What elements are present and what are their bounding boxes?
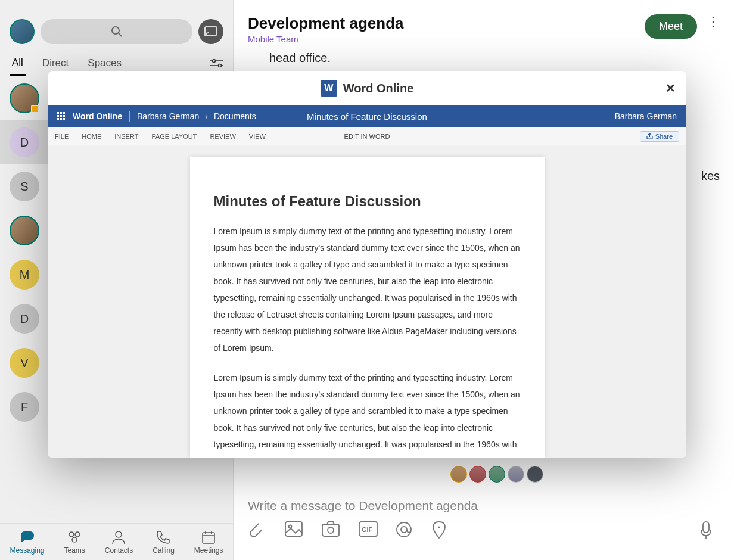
svg-point-26	[397, 522, 411, 537]
tab-all[interactable]: All	[10, 51, 26, 76]
receipt-avatar[interactable]	[469, 466, 486, 483]
svg-point-8	[213, 60, 216, 63]
word-tab-review[interactable]: REVIEW	[210, 133, 235, 140]
voice-button[interactable]	[701, 521, 720, 540]
nav-meetings[interactable]: Meetings	[194, 530, 223, 555]
modal-app-name: Word Online	[343, 82, 414, 95]
search-icon	[111, 26, 123, 38]
cast-icon	[204, 26, 217, 37]
svg-line-5	[119, 33, 122, 36]
current-user[interactable]: Barbara German	[615, 111, 677, 121]
conversation-avatar: M	[10, 260, 39, 290]
camera-badge-icon	[31, 105, 39, 113]
meetings-icon	[201, 530, 216, 545]
breadcrumb-user[interactable]: Barbara German	[137, 111, 199, 121]
word-tab-view[interactable]: VIEW	[249, 133, 266, 140]
conversation-avatar: D	[10, 127, 39, 157]
svg-point-28	[438, 527, 440, 528]
location-button[interactable]	[433, 521, 452, 540]
camera-icon	[322, 521, 340, 537]
chat-title: Development agenda	[248, 14, 404, 33]
nav-label: Contacts	[105, 546, 133, 555]
svg-rect-38	[63, 118, 65, 120]
nav-calling[interactable]: Calling	[153, 530, 175, 555]
svg-point-21	[289, 525, 292, 528]
mention-button[interactable]	[396, 521, 415, 540]
receipt-avatar[interactable]	[489, 466, 505, 483]
svg-point-14	[72, 537, 77, 542]
attach-button[interactable]	[248, 521, 267, 540]
svg-point-23	[328, 527, 334, 533]
meet-button[interactable]: Meet	[645, 14, 697, 39]
message-fragment-right: kes	[701, 167, 720, 185]
receipt-avatar[interactable]	[450, 466, 467, 483]
word-tab-page-layout[interactable]: PAGE LAYOUT	[151, 133, 197, 140]
image-button[interactable]	[285, 521, 304, 540]
conversation-avatar	[10, 216, 39, 245]
messaging-icon	[20, 530, 35, 545]
word-tab-insert[interactable]: INSERT	[114, 133, 138, 140]
camera-button[interactable]	[322, 521, 341, 540]
nav-teams[interactable]: Teams	[64, 530, 85, 555]
word-canvas[interactable]: Minutes of Feature Discussion Lorem Ipsu…	[48, 145, 686, 458]
svg-point-12	[69, 532, 74, 537]
svg-rect-20	[285, 522, 302, 536]
breadcrumb-location[interactable]: Documents	[214, 111, 256, 121]
composer-input[interactable]: Write a message to Development agenda	[248, 499, 720, 513]
bottom-nav: MessagingTeamsContactsCallingMeetings	[0, 523, 233, 560]
receipt-avatar[interactable]	[527, 466, 543, 483]
svg-point-15	[116, 531, 122, 537]
conversation-avatar: S	[10, 172, 39, 201]
nav-contacts[interactable]: Contacts	[105, 530, 133, 555]
conversation-avatar	[10, 83, 39, 113]
svg-rect-30	[57, 112, 59, 114]
modal-close-button[interactable]: ✕	[665, 81, 676, 95]
word-logo-icon: W	[321, 80, 337, 97]
doc-paragraph: Lorem Ipsum is simply dummy text of the …	[214, 369, 521, 458]
svg-point-10	[219, 64, 222, 67]
word-online-modal: W Word Online ✕ Word Online Barbara Germ…	[48, 71, 686, 458]
svg-rect-35	[63, 115, 65, 117]
nav-label: Meetings	[194, 546, 223, 555]
word-tab-file[interactable]: FILE	[55, 133, 69, 140]
app-launcher-icon[interactable]	[57, 112, 66, 120]
receipt-avatar[interactable]	[508, 466, 524, 483]
conversation-avatar: V	[10, 348, 39, 378]
read-receipts	[450, 466, 543, 483]
message-fragment: head office.	[269, 49, 698, 67]
chat-subtitle[interactable]: Mobile Team	[248, 34, 404, 44]
conversation-avatar: D	[10, 304, 39, 334]
svg-rect-16	[203, 533, 214, 543]
profile-avatar[interactable]	[10, 19, 35, 44]
svg-rect-34	[60, 115, 62, 117]
word-page[interactable]: Minutes of Feature Discussion Lorem Ipsu…	[190, 157, 545, 458]
filter-icon	[210, 59, 223, 67]
filter-button[interactable]	[210, 59, 223, 67]
edit-in-word-button[interactable]: EDIT IN WORD	[344, 133, 390, 140]
svg-point-27	[401, 527, 407, 533]
doc-paragraph: Lorem Ipsum is simply dummy text of the …	[214, 223, 521, 356]
image-icon	[285, 521, 303, 537]
nav-messaging[interactable]: Messaging	[10, 530, 44, 555]
cast-button[interactable]	[198, 19, 223, 44]
document-title[interactable]: Minutes of Feature Discussion	[307, 111, 427, 122]
share-icon	[646, 133, 653, 139]
svg-point-4	[112, 27, 119, 34]
svg-rect-31	[60, 112, 62, 114]
word-tab-home[interactable]: HOME	[82, 133, 101, 140]
svg-rect-22	[322, 524, 339, 536]
more-options-button[interactable]: ⋮	[707, 14, 720, 30]
svg-rect-33	[57, 115, 59, 117]
word-ribbon: Word Online Barbara German › Documents M…	[48, 105, 686, 127]
gif-icon: GIF	[359, 521, 378, 537]
search-input[interactable]	[41, 19, 192, 44]
gif-button[interactable]: GIF	[359, 521, 378, 540]
paperclip-icon	[248, 521, 265, 538]
nav-label: Teams	[64, 546, 85, 555]
word-menu: FILEHOMEINSERTPAGE LAYOUTREVIEWVIEWEDIT …	[48, 127, 686, 145]
share-button[interactable]: Share	[640, 131, 679, 142]
chevron-right-icon: ›	[205, 111, 208, 121]
contacts-icon	[111, 530, 126, 545]
ribbon-app-name[interactable]: Word Online	[73, 111, 122, 121]
modal-titlebar: W Word Online ✕	[48, 71, 686, 105]
